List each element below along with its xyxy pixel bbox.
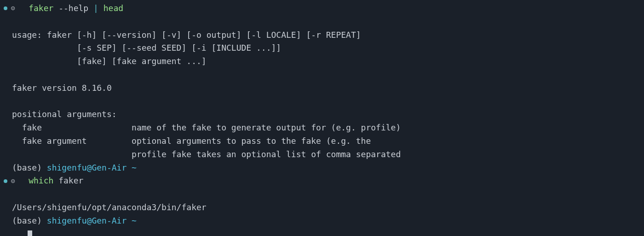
prompt-smiley-icon: ☺: [11, 3, 15, 13]
output-line: usage: faker [-h] [--version] [-v] [-o o…: [0, 29, 644, 42]
command-token: head: [104, 3, 123, 13]
blank-line: [0, 188, 644, 201]
output-line: [fake] [fake argument ...]: [0, 55, 644, 68]
output-line: faker version 8.16.0: [0, 82, 644, 95]
user-host: shigenfu@Gen-Air: [47, 163, 126, 172]
cursor-icon: [28, 230, 32, 236]
cwd-path: ~: [126, 163, 137, 172]
command-line[interactable]: ☺ faker --help | head: [0, 2, 644, 15]
command-token: faker: [29, 3, 53, 13]
command-token: which: [29, 176, 53, 185]
cursor-line[interactable]: [0, 228, 644, 236]
conda-env: (base): [12, 163, 47, 172]
output-line: positional arguments:: [0, 108, 644, 121]
output-line: fake name of the fake to generate output…: [0, 121, 644, 135]
prompt-smiley-icon: ☺: [11, 176, 15, 186]
status-dot-icon: [4, 6, 7, 10]
command-args: faker: [58, 176, 83, 185]
pipe-operator: |: [93, 3, 98, 13]
status-dot-icon: [4, 179, 7, 183]
command-args: --help: [53, 3, 93, 13]
conda-env: (base): [12, 216, 47, 225]
terminal[interactable]: ☺ faker --help | head usage: faker [-h] …: [0, 0, 644, 236]
shell-prompt[interactable]: (base) shigenfu@Gen-Air ~: [0, 161, 644, 175]
blank-line: [0, 68, 644, 82]
blank-line: [0, 95, 644, 108]
shell-prompt[interactable]: (base) shigenfu@Gen-Air ~: [0, 214, 644, 228]
command-args: [53, 176, 58, 185]
user-host: shigenfu@Gen-Air: [47, 216, 126, 225]
cwd-path: ~: [126, 216, 137, 225]
blank-line: [0, 15, 644, 29]
output-line: fake argument optional arguments to pass…: [0, 135, 644, 148]
command-line[interactable]: ☺ which faker: [0, 174, 644, 188]
output-line: [-s SEP] [--seed SEED] [-i [INCLUDE ...]…: [0, 41, 644, 55]
output-line: profile fake takes an optional list of c…: [0, 148, 644, 161]
command-args: [98, 3, 104, 13]
output-line: /Users/shigenfu/opt/anaconda3/bin/faker: [0, 201, 644, 214]
